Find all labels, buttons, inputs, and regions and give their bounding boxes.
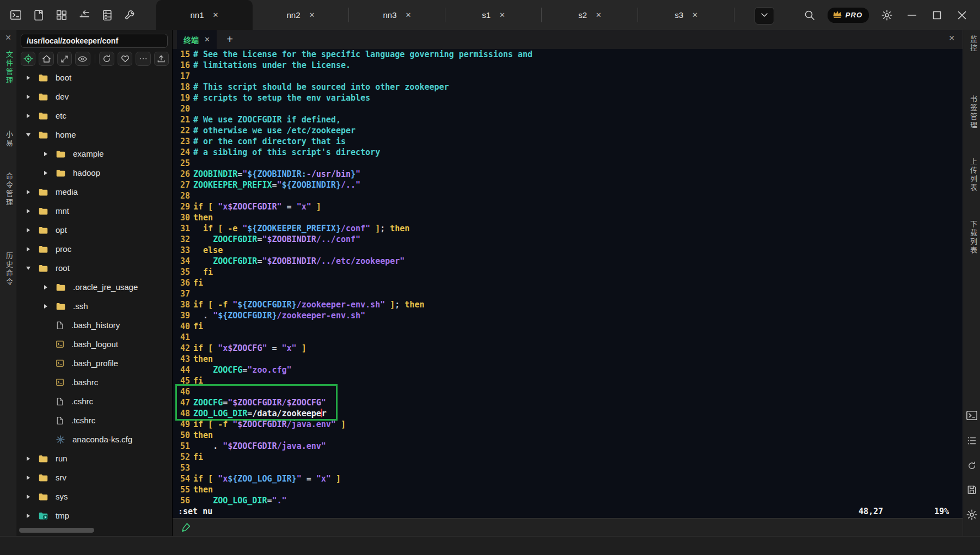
tree-item-root[interactable]: root	[16, 258, 173, 278]
tree-item-proc[interactable]: proc	[16, 239, 173, 258]
grid-icon[interactable]	[54, 8, 69, 22]
expand-arrow-icon[interactable]	[25, 247, 32, 251]
server-icon[interactable]	[100, 8, 114, 22]
tree-item-.oracle_jre_usage[interactable]: .oracle_jre_usage	[16, 278, 173, 297]
flow-icon[interactable]	[77, 8, 91, 22]
expand-arrow-icon[interactable]	[25, 457, 32, 461]
session-tab-nn3[interactable]: nn3✕	[349, 0, 445, 30]
tree-item-sys[interactable]: sys	[16, 487, 173, 506]
sidebar-item-历史命令[interactable]: 历史命令	[4, 252, 14, 287]
folder-tmp-icon	[38, 511, 48, 520]
upload-icon[interactable]	[154, 52, 169, 66]
tree-item-.bash_history[interactable]: .bash_history	[16, 316, 173, 335]
search-icon[interactable]	[803, 8, 817, 22]
terminal-icon[interactable]	[966, 410, 978, 422]
expand-arrow-icon[interactable]	[42, 171, 49, 175]
file-manager-panel: /usr/local/zookeeper/conf bootdevetchome…	[16, 30, 173, 536]
tree-item-.tcshrc[interactable]: .tcshrc	[16, 411, 173, 430]
new-terminal-button[interactable]: +	[223, 32, 237, 46]
expand-arrow-icon[interactable]	[25, 114, 32, 118]
wrench-icon[interactable]	[123, 8, 137, 22]
tree-item-run[interactable]: run	[16, 449, 173, 468]
session-tab-s3[interactable]: s3✕	[638, 0, 734, 30]
minimize-button[interactable]	[905, 8, 919, 22]
save-icon[interactable]	[966, 484, 978, 496]
code-line: 49if [ -f "$ZOOCFGDIR/java.env" ]	[173, 419, 963, 430]
sidebar-item-文件管理[interactable]: 文件管理	[4, 51, 14, 85]
tree-item-.bash_profile[interactable]: .bash_profile	[16, 354, 173, 373]
terminal-tab[interactable]: 终端 ✕	[177, 30, 217, 49]
expand-arrow-icon[interactable]	[25, 95, 32, 99]
refresh-icon[interactable]	[966, 460, 978, 472]
tree-item-.bashrc[interactable]: .bashrc	[16, 373, 173, 392]
horizontal-scrollbar-thumb[interactable]	[19, 528, 94, 533]
close-window-button[interactable]	[955, 8, 969, 22]
resize-icon[interactable]	[57, 52, 72, 66]
ellipsis-icon[interactable]	[136, 52, 150, 66]
gear-icon[interactable]	[966, 509, 978, 521]
right-sidebar-item-书签管理[interactable]: 书签管理	[968, 95, 978, 130]
expand-arrow-icon[interactable]	[25, 514, 32, 518]
tab-close-icon[interactable]: ✕	[309, 11, 315, 19]
tab-close-icon[interactable]: ✕	[499, 11, 505, 19]
code-line: 32 ZOOCFGDIR="$ZOOBINDIR/../conf"	[173, 234, 963, 245]
terminal-tab-close-icon[interactable]: ✕	[204, 35, 210, 44]
tree-item-srv[interactable]: srv	[16, 468, 173, 487]
expand-arrow-icon[interactable]	[42, 285, 49, 289]
eye-icon[interactable]	[75, 52, 90, 66]
tree-item-media[interactable]: media	[16, 182, 173, 201]
expand-arrow-icon[interactable]	[25, 228, 32, 232]
refresh-icon[interactable]	[99, 52, 114, 66]
code-area[interactable]: 15# See the License for the specific lan…	[173, 49, 963, 519]
locate-icon[interactable]	[21, 52, 35, 66]
session-tab-s2[interactable]: s2✕	[542, 0, 638, 30]
tree-item-tmp[interactable]: tmp	[16, 506, 173, 525]
tab-close-icon[interactable]: ✕	[692, 11, 698, 19]
expand-arrow-icon[interactable]	[25, 190, 32, 194]
terminal-panel-close-icon[interactable]: ✕	[948, 34, 955, 42]
right-sidebar-item-上传列表[interactable]: 上传列表	[968, 158, 978, 193]
folder-icon	[38, 73, 48, 82]
tree-item-anaconda-ks.cfg[interactable]: anaconda-ks.cfg	[16, 430, 173, 449]
highlighter-pen-icon[interactable]	[180, 521, 192, 533]
sidebar-item-小易[interactable]: 小易	[4, 131, 14, 148]
expand-arrow-icon[interactable]	[25, 495, 32, 499]
tab-close-icon[interactable]: ✕	[596, 11, 602, 19]
right-sidebar-item-下载列表[interactable]: 下载列表	[968, 220, 978, 255]
expand-arrow-icon[interactable]	[42, 304, 49, 309]
terminal-icon[interactable]	[9, 8, 23, 22]
session-tab-nn2[interactable]: nn2✕	[253, 0, 349, 30]
tree-item-example[interactable]: example	[16, 144, 173, 163]
tree-item-.ssh[interactable]: .ssh	[16, 297, 173, 316]
session-tab-nn1[interactable]: nn1✕	[156, 0, 253, 30]
tree-item-.bash_logout[interactable]: .bash_logout	[16, 335, 173, 354]
tab-close-icon[interactable]: ✕	[406, 11, 412, 19]
tree-item-opt[interactable]: opt	[16, 220, 173, 239]
tab-close-icon[interactable]: ✕	[213, 11, 219, 19]
heart-icon[interactable]	[118, 52, 132, 66]
tab-overflow-button[interactable]	[755, 7, 774, 24]
expand-arrow-icon[interactable]	[42, 152, 49, 156]
tree-item-boot[interactable]: boot	[16, 68, 173, 87]
tree-item-mnt[interactable]: mnt	[16, 201, 173, 220]
right-sidebar-item-监控[interactable]: 监控	[968, 35, 978, 53]
tree-item-dev[interactable]: dev	[16, 87, 173, 106]
expand-arrow-icon[interactable]	[25, 267, 32, 270]
expand-arrow-icon[interactable]	[25, 76, 32, 80]
session-tab-s1[interactable]: s1✕	[445, 0, 542, 30]
home-icon[interactable]	[39, 52, 53, 66]
tree-item-.cshrc[interactable]: .cshrc	[16, 392, 173, 411]
tree-item-hadoop[interactable]: hadoop	[16, 163, 173, 182]
path-input[interactable]: /usr/local/zookeeper/conf	[21, 34, 168, 48]
expand-arrow-icon[interactable]	[25, 476, 32, 480]
tree-item-home[interactable]: home	[16, 125, 173, 144]
book-icon[interactable]	[32, 8, 46, 22]
maximize-button[interactable]	[930, 8, 944, 22]
list-icon[interactable]	[966, 435, 978, 447]
expand-arrow-icon[interactable]	[25, 209, 32, 213]
expand-arrow-icon[interactable]	[25, 133, 32, 137]
settings-gear-icon[interactable]	[880, 8, 894, 22]
tree-item-etc[interactable]: etc	[16, 106, 173, 125]
sidebar-item-命令管理[interactable]: 命令管理	[4, 172, 14, 207]
panel-close-icon[interactable]: ✕	[0, 33, 16, 42]
